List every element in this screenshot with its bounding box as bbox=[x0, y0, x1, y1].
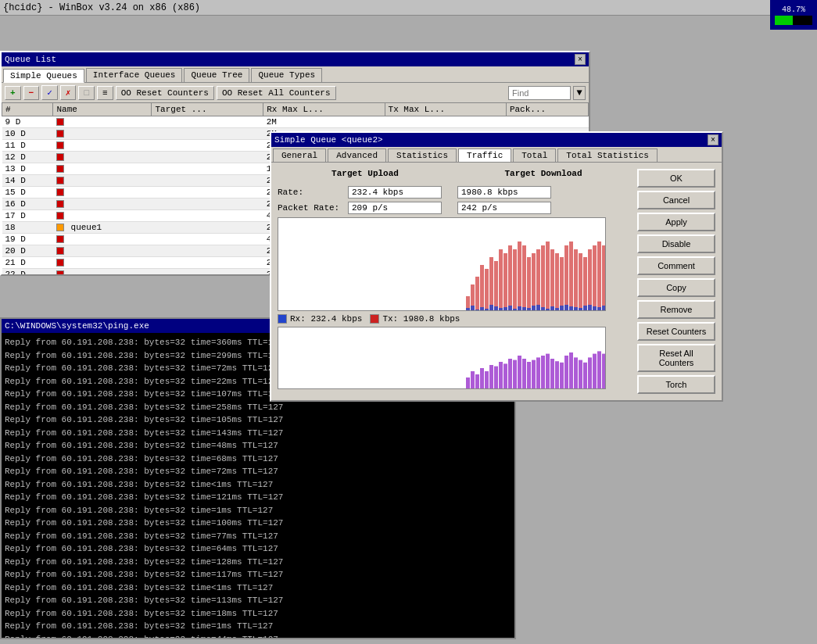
svg-rect-55 bbox=[583, 306, 587, 311]
tab-traffic[interactable]: Traffic bbox=[458, 148, 511, 162]
svg-rect-72 bbox=[522, 359, 526, 389]
svg-rect-54 bbox=[579, 308, 582, 311]
ping-title: C:\WINDOWS\system32\ping.exe bbox=[5, 321, 149, 331]
ping-line: Reply from 60.191.208.238: bytes=32 time… bbox=[5, 607, 511, 621]
svg-rect-46 bbox=[541, 307, 545, 311]
cell-num: 20 D bbox=[2, 245, 53, 257]
svg-rect-44 bbox=[532, 306, 536, 311]
tab-simple-queues[interactable]: Simple Queues bbox=[3, 69, 84, 83]
ok-button[interactable]: OK bbox=[637, 169, 715, 188]
search-dropdown[interactable]: ▼ bbox=[573, 86, 586, 100]
col-tx[interactable]: Tx Max L... bbox=[385, 103, 506, 116]
col-rx[interactable]: Rx Max L... bbox=[263, 103, 385, 116]
tab-interface-queues[interactable]: Interface Queues bbox=[86, 68, 183, 82]
copy-queue-button[interactable]: □ bbox=[78, 86, 95, 100]
cell-num: 12 D bbox=[2, 152, 53, 163]
ping-line: Reply from 60.191.208.238: bytes=32 time… bbox=[5, 491, 511, 504]
tab-queue-tree[interactable]: Queue Tree bbox=[184, 68, 249, 82]
col-target[interactable]: Target ... bbox=[152, 103, 263, 116]
svg-rect-11 bbox=[518, 242, 521, 311]
dialog-left-panel: Target Upload Target Download Rate: 232.… bbox=[278, 169, 631, 394]
tx-legend: Tx: 1980.8 kbps bbox=[370, 314, 460, 324]
download-header: Target Download bbox=[456, 169, 631, 178]
cell-name bbox=[53, 234, 152, 245]
svg-rect-24 bbox=[579, 253, 582, 311]
chart-legend: Rx: 232.4 kbps Tx: 1980.8 kbps bbox=[278, 314, 631, 324]
rx-legend: Rx: 232.4 kbps bbox=[278, 314, 362, 324]
rate-download-value: 1980.8 kbps bbox=[457, 186, 551, 199]
svg-rect-8 bbox=[503, 253, 507, 311]
enable-queue-button[interactable]: ✓ bbox=[41, 85, 58, 100]
svg-rect-80 bbox=[560, 363, 564, 389]
dialog-right-panel: OK Cancel Apply Disable Comment Copy Rem… bbox=[637, 169, 715, 394]
svg-rect-35 bbox=[489, 305, 493, 311]
reset-all-counters-button[interactable]: OO Reset All Counters bbox=[217, 86, 336, 100]
rate-upload-value: 232.4 kbps bbox=[348, 186, 442, 199]
copy-button[interactable]: Copy bbox=[637, 278, 715, 297]
disable-button[interactable]: Disable bbox=[637, 234, 715, 253]
add-queue-button[interactable]: + bbox=[5, 86, 21, 100]
col-num[interactable]: # bbox=[2, 103, 53, 116]
tab-queue-types[interactable]: Queue Types bbox=[251, 68, 322, 82]
minus-icon: − bbox=[29, 88, 34, 98]
apply-button[interactable]: Apply bbox=[637, 213, 715, 231]
ping-line: Reply from 60.191.208.238: bytes=32 time… bbox=[5, 504, 511, 517]
cell-name bbox=[53, 199, 152, 210]
reset-counters-button[interactable]: OO Reset Counters bbox=[116, 86, 214, 100]
tab-general[interactable]: General bbox=[273, 148, 326, 162]
tab-total[interactable]: Total bbox=[513, 148, 556, 162]
cell-tx bbox=[385, 116, 506, 128]
svg-rect-67 bbox=[499, 362, 503, 389]
comment-button[interactable]: Comment bbox=[637, 256, 715, 275]
svg-rect-86 bbox=[588, 357, 592, 389]
search-input[interactable] bbox=[508, 86, 571, 100]
svg-rect-43 bbox=[527, 308, 531, 311]
cancel-button[interactable]: Cancel bbox=[637, 191, 715, 209]
svg-rect-15 bbox=[536, 249, 540, 311]
col-name[interactable]: Name bbox=[53, 103, 152, 116]
queue-window-close[interactable]: × bbox=[575, 54, 586, 65]
svg-rect-36 bbox=[494, 306, 498, 311]
simple-queue-close[interactable]: × bbox=[708, 134, 718, 145]
svg-rect-10 bbox=[513, 249, 517, 311]
svg-rect-76 bbox=[541, 356, 545, 389]
cell-target bbox=[152, 140, 263, 152]
svg-rect-21 bbox=[564, 245, 568, 311]
disable-queue-button[interactable]: ✗ bbox=[60, 85, 77, 100]
torch-button[interactable]: Torch bbox=[637, 375, 715, 394]
svg-rect-64 bbox=[485, 371, 489, 389]
svg-rect-71 bbox=[518, 356, 521, 389]
cell-name bbox=[53, 269, 152, 275]
rate-row: Rate: 232.4 kbps 1980.8 kbps bbox=[278, 186, 631, 199]
cell-num: 16 D bbox=[2, 199, 53, 210]
add-icon: + bbox=[10, 88, 16, 98]
cell-num: 18 bbox=[2, 222, 53, 234]
tab-total-statistics[interactable]: Total Statistics bbox=[557, 148, 658, 162]
cpu-indicator: 48.7% bbox=[770, 0, 817, 30]
svg-rect-7 bbox=[499, 249, 503, 311]
svg-rect-34 bbox=[485, 309, 489, 311]
svg-rect-16 bbox=[541, 245, 545, 311]
filter-button[interactable]: ≡ bbox=[97, 86, 113, 100]
reset-all-counters-dialog-button[interactable]: Reset All Counters bbox=[637, 344, 715, 372]
tab-advanced[interactable]: Advanced bbox=[328, 148, 386, 162]
svg-rect-2 bbox=[475, 277, 479, 311]
cell-target bbox=[152, 116, 263, 128]
rate-label: Rate: bbox=[278, 188, 348, 197]
svg-rect-48 bbox=[550, 306, 554, 311]
dialog-tabs-bar: General Advanced Statistics Traffic Tota… bbox=[271, 147, 722, 163]
svg-rect-41 bbox=[518, 306, 521, 311]
svg-rect-25 bbox=[583, 257, 587, 311]
col-pack[interactable]: Pack... bbox=[506, 103, 588, 116]
ping-line: Reply from 60.191.208.238: bytes=32 time… bbox=[5, 542, 511, 556]
table-row[interactable]: 9 D 2M bbox=[2, 116, 589, 128]
remove-button[interactable]: Remove bbox=[637, 300, 715, 319]
svg-rect-33 bbox=[480, 307, 484, 311]
svg-rect-12 bbox=[522, 245, 526, 311]
tab-statistics[interactable]: Statistics bbox=[388, 148, 457, 162]
remove-queue-button[interactable]: − bbox=[23, 86, 40, 100]
cell-name bbox=[53, 245, 152, 257]
svg-rect-60 bbox=[466, 377, 470, 389]
reset-counters-dialog-button[interactable]: Reset Counters bbox=[637, 322, 715, 341]
cell-target bbox=[152, 234, 263, 245]
